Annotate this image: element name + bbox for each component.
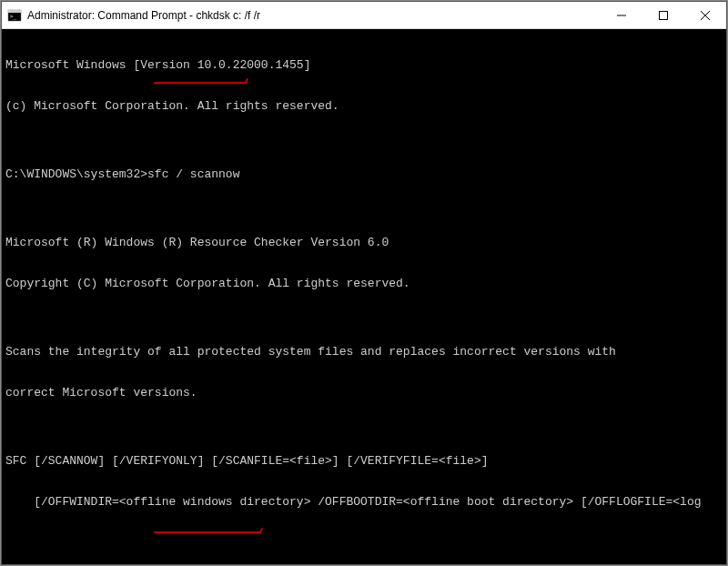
console-line: Microsoft Windows [Version 10.0.22000.14…	[5, 58, 723, 72]
console-line: correct Microsoft versions.	[5, 386, 723, 399]
highlight-underline	[154, 82, 247, 84]
minimize-button[interactable]	[601, 2, 642, 28]
maximize-button[interactable]	[642, 2, 684, 28]
console-line: Microsoft (R) Windows (R) Resource Check…	[5, 236, 723, 249]
console-line: /SCANNOW Scans integrity of all protecte…	[5, 563, 723, 564]
window-title: Administrator: Command Prompt - chkdsk c…	[27, 9, 601, 22]
console-line: Copyright (C) Microsoft Corporation. All…	[5, 277, 723, 290]
console-line: (c) Microsoft Corporation. All rights re…	[5, 99, 723, 113]
window-controls	[601, 2, 726, 28]
highlight-underline	[154, 531, 261, 533]
console-line: [/OFFWINDIR=<offline windows directory> …	[5, 495, 723, 509]
cmd-icon: >_	[7, 8, 22, 23]
console-line: SFC [/SCANNOW] [/VERIFYONLY] [/SCANFILE=…	[5, 454, 723, 468]
svg-rect-4	[660, 11, 668, 19]
titlebar[interactable]: >_ Administrator: Command Prompt - chkds…	[2, 2, 726, 29]
svg-text:>_: >_	[10, 13, 17, 20]
command-prompt-window: >_ Administrator: Command Prompt - chkds…	[1, 1, 727, 565]
console-line: Scans the integrity of all protected sys…	[5, 345, 723, 359]
console-output[interactable]: Microsoft Windows [Version 10.0.22000.14…	[2, 29, 726, 564]
close-button[interactable]	[684, 2, 726, 28]
console-line: C:\WINDOWS\system32>sfc / scannow	[5, 167, 723, 181]
